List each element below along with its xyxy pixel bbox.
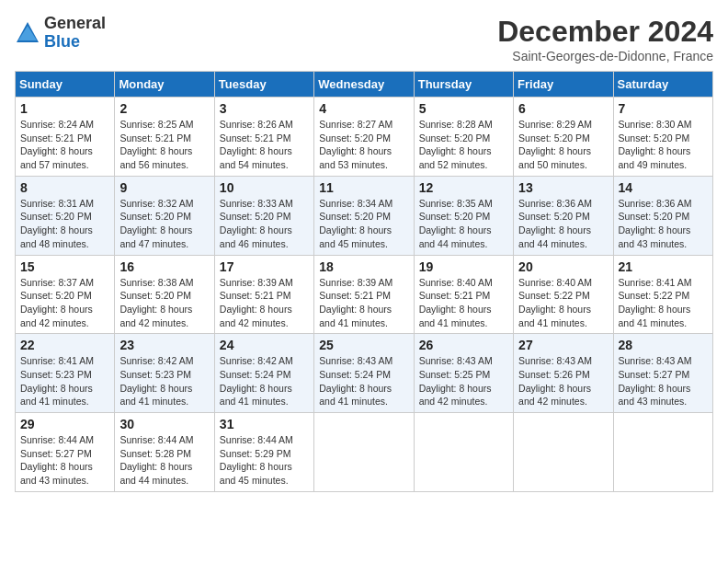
- logo: General Blue: [15, 15, 106, 52]
- cell-inner: 30Sunrise: 8:44 AMSunset: 5:28 PMDayligh…: [119, 417, 209, 488]
- cell-inner: 8Sunrise: 8:31 AMSunset: 5:20 PMDaylight…: [20, 180, 109, 251]
- day-number: 5: [419, 101, 508, 116]
- day-number: 27: [518, 338, 608, 352]
- day-number: 16: [119, 259, 209, 274]
- day-number: 19: [419, 259, 508, 274]
- day-detail: Sunrise: 8:28 AMSunset: 5:20 PMDaylight:…: [419, 118, 508, 172]
- day-detail: Sunrise: 8:24 AMSunset: 5:21 PMDaylight:…: [20, 118, 109, 172]
- weekday-header: Saturday: [613, 72, 712, 98]
- calendar-cell: 13Sunrise: 8:36 AMSunset: 5:20 PMDayligh…: [514, 176, 613, 255]
- day-number: 29: [20, 417, 109, 431]
- day-detail: Sunrise: 8:42 AMSunset: 5:24 PMDaylight:…: [220, 354, 309, 408]
- calendar-cell: 4Sunrise: 8:27 AMSunset: 5:20 PMDaylight…: [314, 98, 414, 177]
- cell-inner: 27Sunrise: 8:43 AMSunset: 5:26 PMDayligh…: [518, 338, 608, 408]
- title-block: December 2024 Saint-Georges-de-Didonne, …: [497, 15, 713, 63]
- day-detail: Sunrise: 8:39 AMSunset: 5:21 PMDaylight:…: [319, 276, 408, 330]
- logo-icon: [15, 20, 40, 46]
- calendar-cell: 19Sunrise: 8:40 AMSunset: 5:21 PMDayligh…: [414, 255, 513, 334]
- day-number: 30: [119, 417, 209, 431]
- weekday-header: Monday: [115, 72, 214, 98]
- cell-inner: 17Sunrise: 8:39 AMSunset: 5:21 PMDayligh…: [220, 259, 309, 330]
- day-detail: Sunrise: 8:41 AMSunset: 5:23 PMDaylight:…: [20, 354, 109, 408]
- day-detail: Sunrise: 8:36 AMSunset: 5:20 PMDaylight:…: [518, 197, 608, 251]
- day-number: 1: [20, 101, 109, 116]
- cell-inner: 5Sunrise: 8:28 AMSunset: 5:20 PMDaylight…: [419, 101, 508, 172]
- calendar-cell: 16Sunrise: 8:38 AMSunset: 5:20 PMDayligh…: [115, 255, 214, 334]
- day-number: 9: [119, 180, 209, 195]
- calendar-cell: [314, 413, 414, 492]
- calendar-cell: 22Sunrise: 8:41 AMSunset: 5:23 PMDayligh…: [16, 334, 115, 413]
- day-detail: Sunrise: 8:25 AMSunset: 5:21 PMDaylight:…: [119, 118, 209, 172]
- calendar-cell: 1Sunrise: 8:24 AMSunset: 5:21 PMDaylight…: [16, 98, 115, 177]
- calendar-cell: 27Sunrise: 8:43 AMSunset: 5:26 PMDayligh…: [514, 334, 613, 413]
- day-number: 24: [220, 338, 309, 352]
- calendar-cell: [613, 413, 712, 492]
- calendar-cell: 25Sunrise: 8:43 AMSunset: 5:24 PMDayligh…: [314, 334, 414, 413]
- calendar-cell: 20Sunrise: 8:40 AMSunset: 5:22 PMDayligh…: [514, 255, 613, 334]
- cell-inner: 19Sunrise: 8:40 AMSunset: 5:21 PMDayligh…: [419, 259, 508, 330]
- day-number: 31: [220, 417, 309, 431]
- day-number: 20: [518, 259, 608, 274]
- day-number: 11: [319, 180, 408, 195]
- day-number: 17: [220, 259, 309, 274]
- page-header: General Blue December 2024 Saint-Georges…: [15, 15, 713, 63]
- day-detail: Sunrise: 8:44 AMSunset: 5:28 PMDaylight:…: [119, 433, 209, 488]
- day-detail: Sunrise: 8:31 AMSunset: 5:20 PMDaylight:…: [20, 197, 109, 251]
- day-detail: Sunrise: 8:42 AMSunset: 5:23 PMDaylight:…: [119, 354, 209, 408]
- day-number: 4: [319, 101, 408, 116]
- day-number: 2: [119, 101, 209, 116]
- calendar-week-row: 15Sunrise: 8:37 AMSunset: 5:20 PMDayligh…: [16, 255, 713, 334]
- day-number: 25: [319, 338, 408, 352]
- day-detail: Sunrise: 8:33 AMSunset: 5:20 PMDaylight:…: [220, 197, 309, 251]
- calendar-cell: 10Sunrise: 8:33 AMSunset: 5:20 PMDayligh…: [214, 176, 313, 255]
- cell-inner: 6Sunrise: 8:29 AMSunset: 5:20 PMDaylight…: [518, 101, 608, 172]
- calendar-cell: 23Sunrise: 8:42 AMSunset: 5:23 PMDayligh…: [115, 334, 214, 413]
- day-number: 28: [619, 338, 708, 352]
- svg-marker-1: [18, 26, 37, 40]
- day-detail: Sunrise: 8:40 AMSunset: 5:22 PMDaylight:…: [518, 276, 608, 330]
- cell-inner: 14Sunrise: 8:36 AMSunset: 5:20 PMDayligh…: [619, 180, 708, 251]
- day-number: 3: [220, 101, 309, 116]
- day-number: 14: [619, 180, 708, 195]
- calendar-cell: 21Sunrise: 8:41 AMSunset: 5:22 PMDayligh…: [613, 255, 712, 334]
- cell-inner: 31Sunrise: 8:44 AMSunset: 5:29 PMDayligh…: [220, 417, 309, 488]
- calendar-cell: 5Sunrise: 8:28 AMSunset: 5:20 PMDaylight…: [414, 98, 513, 177]
- cell-inner: 24Sunrise: 8:42 AMSunset: 5:24 PMDayligh…: [220, 338, 309, 408]
- day-number: 8: [20, 180, 109, 195]
- calendar-cell: 6Sunrise: 8:29 AMSunset: 5:20 PMDaylight…: [514, 98, 613, 177]
- cell-inner: 29Sunrise: 8:44 AMSunset: 5:27 PMDayligh…: [20, 417, 109, 488]
- calendar-cell: 15Sunrise: 8:37 AMSunset: 5:20 PMDayligh…: [16, 255, 115, 334]
- day-number: 6: [518, 101, 608, 116]
- day-detail: Sunrise: 8:34 AMSunset: 5:20 PMDaylight:…: [319, 197, 408, 251]
- calendar-week-row: 29Sunrise: 8:44 AMSunset: 5:27 PMDayligh…: [16, 413, 713, 492]
- calendar-cell: 26Sunrise: 8:43 AMSunset: 5:25 PMDayligh…: [414, 334, 513, 413]
- calendar-table: SundayMondayTuesdayWednesdayThursdayFrid…: [15, 71, 713, 492]
- calendar-week-row: 8Sunrise: 8:31 AMSunset: 5:20 PMDaylight…: [16, 176, 713, 255]
- day-detail: Sunrise: 8:43 AMSunset: 5:24 PMDaylight:…: [319, 354, 408, 408]
- calendar-cell: 30Sunrise: 8:44 AMSunset: 5:28 PMDayligh…: [115, 413, 214, 492]
- cell-inner: 2Sunrise: 8:25 AMSunset: 5:21 PMDaylight…: [119, 101, 209, 172]
- day-detail: Sunrise: 8:32 AMSunset: 5:20 PMDaylight:…: [119, 197, 209, 251]
- cell-inner: 16Sunrise: 8:38 AMSunset: 5:20 PMDayligh…: [119, 259, 209, 330]
- cell-inner: 1Sunrise: 8:24 AMSunset: 5:21 PMDaylight…: [20, 101, 109, 172]
- logo-general-text: General: [44, 14, 106, 32]
- cell-inner: 10Sunrise: 8:33 AMSunset: 5:20 PMDayligh…: [220, 180, 309, 251]
- day-detail: Sunrise: 8:38 AMSunset: 5:20 PMDaylight:…: [119, 276, 209, 330]
- day-detail: Sunrise: 8:44 AMSunset: 5:27 PMDaylight:…: [20, 433, 109, 488]
- month-title: December 2024: [497, 15, 713, 49]
- cell-inner: 13Sunrise: 8:36 AMSunset: 5:20 PMDayligh…: [518, 180, 608, 251]
- cell-inner: 7Sunrise: 8:30 AMSunset: 5:20 PMDaylight…: [619, 101, 708, 172]
- day-number: 18: [319, 259, 408, 274]
- cell-inner: 20Sunrise: 8:40 AMSunset: 5:22 PMDayligh…: [518, 259, 608, 330]
- calendar-cell: 3Sunrise: 8:26 AMSunset: 5:21 PMDaylight…: [214, 98, 313, 177]
- day-number: 12: [419, 180, 508, 195]
- cell-inner: 9Sunrise: 8:32 AMSunset: 5:20 PMDaylight…: [119, 180, 209, 251]
- day-number: 26: [419, 338, 508, 352]
- cell-inner: 21Sunrise: 8:41 AMSunset: 5:22 PMDayligh…: [619, 259, 708, 330]
- calendar-cell: 8Sunrise: 8:31 AMSunset: 5:20 PMDaylight…: [16, 176, 115, 255]
- cell-inner: 22Sunrise: 8:41 AMSunset: 5:23 PMDayligh…: [20, 338, 109, 408]
- calendar-cell: 31Sunrise: 8:44 AMSunset: 5:29 PMDayligh…: [214, 413, 313, 492]
- cell-inner: 18Sunrise: 8:39 AMSunset: 5:21 PMDayligh…: [319, 259, 408, 330]
- calendar-cell: 28Sunrise: 8:43 AMSunset: 5:27 PMDayligh…: [613, 334, 712, 413]
- weekday-header: Wednesday: [314, 72, 414, 98]
